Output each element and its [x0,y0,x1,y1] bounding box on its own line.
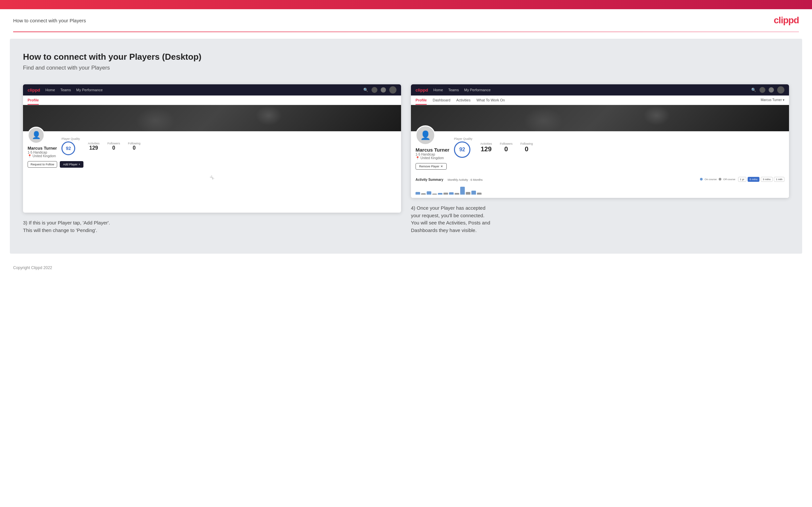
quality-label-left: Player Quality [61,137,80,140]
nav-performance-right[interactable]: My Performance [464,88,491,92]
clippd-logo: clippd [774,15,799,25]
nav-home-right[interactable]: Home [433,88,443,92]
stat-activities-left: Activities 129 [88,142,100,151]
nav-teams-left[interactable]: Teams [60,88,71,92]
screen-frame-right: clippd Home Teams My Performance 🔍 Profi… [411,84,789,198]
player-location-right: 📍 United Kingdom [415,156,449,160]
avatar-large-left: 👤 [28,127,45,144]
quality-label-right: Player Quality [454,137,472,140]
settings-icon-right[interactable] [769,87,774,93]
tab-bar-right: Profile Dashboard Activities What To Wor… [411,96,789,105]
app-logo-left: clippd [28,88,40,93]
footer: Copyright Clippd 2022 [0,260,812,277]
activity-title: Activity Summary [415,178,443,181]
header-divider [13,32,799,32]
bar-2-on [427,191,431,194]
screen-frame-left: clippd Home Teams My Performance 🔍 Profi… [23,84,401,213]
page-title: How to connect with your Players (Deskto… [23,52,789,62]
location-icon-left: 📍 [28,154,32,158]
tab-profile-left[interactable]: Profile [28,96,39,105]
tab-bar-left: Profile [23,96,401,105]
profile-row-left: 👤 Marcus Turner 1-5 Handicap 📍 United Ki… [28,135,397,158]
remove-player-button[interactable]: Remove Player ✕ [415,163,447,170]
tab-whattoworkon-right[interactable]: What To Work On [476,96,505,105]
scissors-icon: ✂ [208,174,216,182]
nav-home-left[interactable]: Home [45,88,55,92]
avatar-left[interactable] [389,86,397,94]
tab-activities-right[interactable]: Activities [456,96,470,105]
settings-icon-left[interactable] [381,87,386,93]
player-location-left: 📍 United Kingdom [28,154,57,158]
header: How to connect with your Players clippd [0,9,812,32]
bar-3-on [438,193,443,194]
avatar-icon-right: 👤 [420,130,430,140]
profile-row-right: 👤 Marcus Turner 1-5 Handicap 📍 United Ki… [415,135,784,160]
legend-off-course [719,178,721,180]
screen-footer-left: ✂ [23,171,401,185]
filter-6mths[interactable]: 6 mths [748,177,759,182]
filter-1yr[interactable]: 1 yr [738,177,746,182]
caption-right: 4) Once your Player has accepted your re… [411,198,789,237]
legend-on-label: On course [705,178,717,181]
stat-followers-right: Followers 0 [500,142,513,153]
nav-performance-left[interactable]: My Performance [76,88,103,92]
tab-dashboard-right[interactable]: Dashboard [433,96,450,105]
copyright: Copyright Clippd 2022 [13,266,52,270]
bar-6-off [477,192,481,194]
request-follow-button[interactable]: Request to Follow [28,161,57,168]
main-content: How to connect with your Players (Deskto… [10,39,802,253]
bar-4-off [455,193,459,194]
caption-left: 3) If this is your Player tap, 'Add Play… [23,213,401,237]
legend-on-course [700,178,703,180]
quality-circle-right: 92 [454,142,470,158]
profile-info-left: Marcus Turner 1-5 Handicap 📍 United King… [28,146,57,158]
bar-5-on [460,187,465,194]
nav-right-left: 🔍 [363,86,397,94]
app-nav-left: clippd Home Teams My Performance 🔍 [23,84,401,96]
banner-left [23,105,401,131]
activity-legend: On course Off course [700,178,735,181]
tab-player-name-right[interactable]: Marcus Turner ▾ [761,96,784,105]
user-icon-left[interactable] [371,87,377,93]
page-subtitle: Find and connect with your Players [23,65,789,71]
activity-controls: On course Off course 1 yr 6 mths 3 mths … [700,177,784,182]
player-name-left: Marcus Turner [28,146,57,151]
quality-block-left: Player Quality 92 [61,137,80,155]
filter-1mth[interactable]: 1 mth [774,177,784,182]
screenshot-right: clippd Home Teams My Performance 🔍 Profi… [411,84,789,237]
top-bar [0,0,812,9]
stat-activities-right: Activities 129 [480,142,492,153]
app-nav-right: clippd Home Teams My Performance 🔍 [411,84,789,96]
tab-profile-right[interactable]: Profile [415,96,427,105]
activity-title-block: Activity Summary Monthly Activity · 6 Mo… [415,176,483,182]
bar-2-off [432,193,437,194]
app-logo-right: clippd [415,88,428,93]
bar-3-off [444,192,448,194]
screenshots-row: clippd Home Teams My Performance 🔍 Profi… [23,84,789,237]
filter-3mths[interactable]: 3 mths [761,177,773,182]
quality-block-right: Player Quality 92 [454,137,472,158]
search-icon-left[interactable]: 🔍 [363,88,368,92]
location-icon-right: 📍 [415,156,419,160]
avatar-right-nav[interactable] [777,86,784,94]
nav-right-right: 🔍 [751,86,784,94]
btn-row-right: Remove Player ✕ [415,163,784,170]
quality-circle-left: 92 [61,142,75,155]
legend-off-label: Off course [723,178,735,181]
breadcrumb: How to connect with your Players [13,18,86,23]
player-handicap-right: 1-5 Handicap [415,153,449,156]
screenshot-left: clippd Home Teams My Performance 🔍 Profi… [23,84,401,237]
stat-followers-left: Followers 0 [107,142,120,151]
activity-chart [415,185,784,194]
stat-following-left: Following 0 [128,142,140,151]
activity-filters: 1 yr 6 mths 3 mths 1 mth [738,177,784,182]
avatar-large-right: 👤 [415,125,435,145]
profile-right-left: Player Quality 92 Activities 129 Followe [61,135,397,155]
profile-right-right: Player Quality 92 Activities 129 Followe [454,135,784,158]
bar-5-off [466,192,470,194]
nav-teams-right[interactable]: Teams [448,88,459,92]
user-icon-right[interactable] [759,87,765,93]
add-player-button[interactable]: Add Player + [60,161,84,168]
search-icon-right[interactable]: 🔍 [751,88,756,92]
player-handicap-left: 1-5 Handicap [28,151,57,154]
